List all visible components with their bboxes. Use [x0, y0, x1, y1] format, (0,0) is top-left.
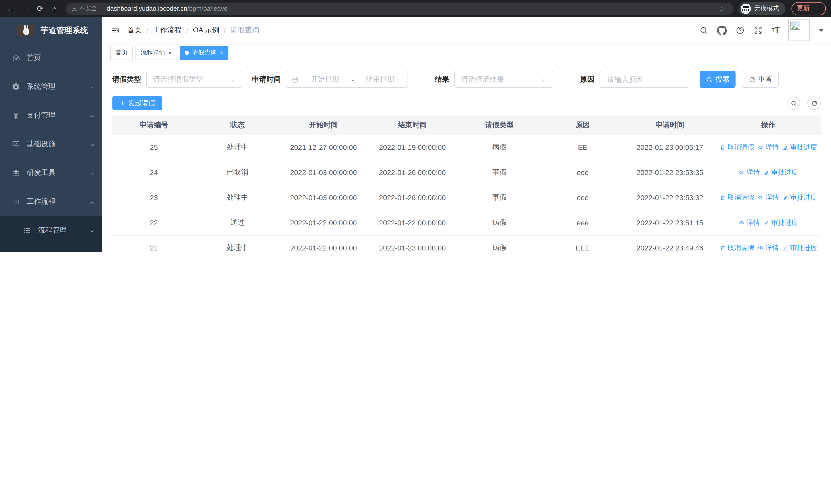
chevron-down-icon — [89, 140, 95, 148]
sidebar-item-process-mgmt[interactable]: 流程管理 — [0, 216, 102, 245]
sidebar-item-home[interactable]: 首页 — [0, 43, 102, 72]
sidebar-item-pay[interactable]: ¥ 支付管理 — [0, 101, 102, 130]
calendar-icon — [291, 75, 299, 84]
detail-link[interactable]: 详情 — [758, 243, 779, 252]
browser-menu-icon[interactable]: ⋮ — [814, 5, 820, 12]
cancel-leave-link[interactable]: 取消请假 — [720, 193, 754, 202]
workflow-submenu: 流程管理 任务管理 我的流程 待办任务 — [0, 216, 102, 252]
reason-input[interactable] — [606, 75, 683, 84]
detail-link[interactable]: 详情 — [739, 218, 760, 227]
toggle-search-button[interactable] — [787, 96, 800, 110]
chevron-down-icon — [89, 226, 95, 235]
sidebar-item-workflow[interactable]: 工作流程 — [0, 187, 102, 216]
gear-icon — [11, 83, 21, 91]
breadcrumb: 首页 / 工作流程 / OA 示例 / 请假查询 — [127, 26, 259, 35]
chevron-down-icon — [229, 75, 236, 83]
table-row: 25处理中2021-12-27 00:00:002022-01-19 00:00… — [112, 135, 821, 160]
close-icon[interactable]: × — [168, 50, 172, 56]
warning-icon: ⚠ — [72, 5, 77, 12]
refresh-icon — [748, 76, 755, 83]
breadcrumb-item[interactable]: 工作流程 — [153, 26, 182, 35]
edit-icon — [764, 169, 770, 176]
sidebar-item-dev[interactable]: 研发工具 — [0, 158, 102, 187]
apply-time-range-picker[interactable]: 开始日期 - 结束日期 — [286, 71, 408, 88]
detail-link[interactable]: 详情 — [758, 193, 779, 202]
eye-icon — [739, 169, 745, 176]
edit-icon — [782, 195, 789, 201]
search-icon[interactable] — [699, 26, 708, 35]
cancel-leave-link[interactable]: 取消请假 — [720, 143, 754, 152]
screen: ← → ⟳ ⌂ ⚠不安全 dashboard.yudao.iocoder.cn/… — [0, 0, 831, 252]
monitor-icon — [11, 140, 21, 148]
approval-progress-link[interactable]: 审批进度 — [782, 143, 817, 152]
browser-update-button[interactable]: 更新 ⋮ — [791, 2, 826, 15]
trash-icon — [720, 245, 726, 251]
result-select[interactable]: 请选择流结果 — [454, 71, 553, 88]
table-row: 23处理中2022-01-03 00:00:002022-01-26 00:00… — [112, 185, 821, 210]
edit-icon — [782, 245, 789, 251]
sidebar-item-infra[interactable]: 基础设施 — [0, 130, 102, 158]
browser-reload-button[interactable]: ⟳ — [34, 2, 46, 14]
sidebar-item-system[interactable]: 系统管理 — [0, 72, 102, 101]
col-apply-id: 申请编号 — [112, 116, 195, 135]
create-leave-button[interactable]: 发起请假 — [112, 96, 162, 110]
url-text: dashboard.yudao.iocoder.cn/bpm/oa/leave — [107, 5, 228, 12]
search-icon — [706, 76, 713, 83]
breadcrumb-item[interactable]: 首页 — [127, 26, 142, 35]
chevron-up-icon — [89, 198, 95, 206]
result-label: 结果 — [435, 75, 449, 84]
approval-progress-link[interactable]: 审批进度 — [764, 218, 798, 227]
browser-back-button[interactable]: ← — [5, 2, 18, 14]
close-icon[interactable]: × — [220, 50, 223, 56]
fullscreen-icon[interactable] — [753, 26, 763, 35]
breadcrumb-item[interactable]: OA 示例 — [193, 26, 220, 35]
reason-input-wrap — [600, 71, 689, 88]
yen-icon: ¥ — [11, 111, 21, 120]
dashboard-icon — [11, 54, 21, 62]
leave-type-select[interactable]: 请选择请假类型 — [146, 71, 242, 88]
broken-image-icon — [791, 22, 800, 30]
table-toolbar: 发起请假 — [112, 96, 821, 110]
leave-table: 申请编号 状态 开始时间 结束时间 请假类型 原因 申请时间 操作 25处理中2 — [112, 116, 821, 252]
approval-progress-link[interactable]: 审批进度 — [782, 243, 817, 252]
tab-process-detail[interactable]: 流程详情 × — [136, 46, 177, 60]
cancel-leave-link[interactable]: 取消请假 — [720, 243, 754, 252]
col-end-time: 结束时间 — [368, 116, 458, 135]
sidebar-collapse-button[interactable] — [102, 25, 127, 35]
sidebar-item-task-mgmt[interactable]: 任务管理 — [0, 245, 102, 252]
chevron-down-icon — [541, 75, 547, 83]
not-secure-badge[interactable]: ⚠不安全 — [72, 5, 97, 12]
col-status: 状态 — [195, 116, 280, 135]
approval-progress-link[interactable]: 审批进度 — [782, 193, 817, 202]
tab-leave-query[interactable]: 请假查询 × — [180, 46, 228, 60]
browser-forward-button[interactable]: → — [20, 2, 32, 14]
eye-icon — [739, 220, 745, 226]
approval-progress-link[interactable]: 审批进度 — [764, 168, 798, 177]
table-row: 22通过2022-01-22 00:00:002022-01-22 00:00:… — [112, 210, 821, 235]
reset-button[interactable]: 重置 — [742, 71, 779, 88]
app-title: 芋道管理系统 — [40, 25, 88, 35]
detail-link[interactable]: 详情 — [739, 168, 760, 177]
search-button[interactable]: 搜索 — [699, 71, 736, 88]
tab-home[interactable]: 首页 — [110, 46, 133, 60]
address-bar[interactable]: ⚠不安全 dashboard.yudao.iocoder.cn/bpm/oa/l… — [66, 2, 733, 14]
refresh-table-button[interactable] — [807, 96, 821, 110]
help-icon[interactable] — [736, 26, 745, 35]
incognito-badge: 无痕模式 — [738, 2, 785, 15]
bookmark-star-icon[interactable]: ☆ — [719, 4, 725, 12]
github-icon[interactable] — [717, 25, 727, 35]
browser-home-button[interactable]: ⌂ — [48, 2, 61, 14]
list-icon — [23, 226, 32, 235]
app-logo: 芋道管理系统 — [0, 17, 102, 43]
divider — [102, 5, 102, 12]
chevron-down-icon — [89, 111, 95, 120]
page-content: 请假类型 请选择请假类型 申请时间 开始日期 - 结束日期 结果 请选择流结果 — [102, 62, 831, 252]
font-size-icon[interactable]: TT — [771, 26, 780, 34]
detail-link[interactable]: 详情 — [758, 143, 779, 152]
col-apply-time: 申请时间 — [624, 116, 716, 135]
navbar-actions: TT — [699, 20, 831, 41]
avatar[interactable] — [789, 20, 810, 41]
refresh-icon — [811, 100, 818, 107]
avatar-caret-icon[interactable] — [819, 29, 824, 32]
eye-icon — [758, 144, 764, 150]
